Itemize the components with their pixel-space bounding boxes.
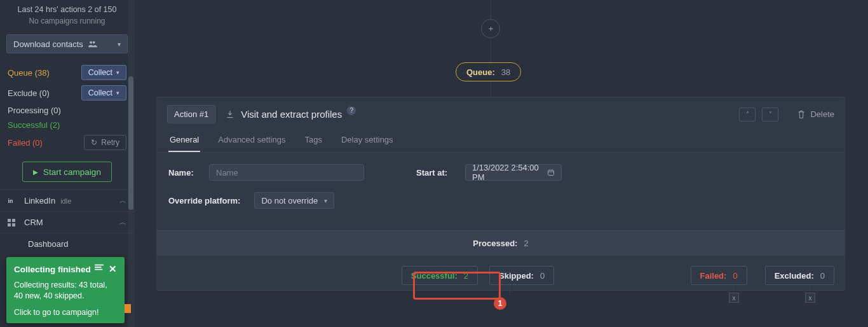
svg-rect-11 bbox=[548, 170, 554, 176]
card-title: Visit and extract profiles bbox=[241, 109, 342, 120]
scrollbar-thumb[interactable] bbox=[128, 76, 133, 210]
download-icon[interactable] bbox=[226, 110, 234, 119]
queue-chip[interactable]: Queue: 38 bbox=[456, 62, 521, 81]
move-up-button[interactable]: ˄ bbox=[739, 108, 756, 122]
app-root: Last 24 hrs' actions 2 of 150 No campaig… bbox=[0, 0, 868, 327]
status-excluded[interactable]: Excluded: 0 bbox=[765, 266, 834, 285]
name-label: Name: bbox=[168, 168, 201, 177]
processed-key: Processed: bbox=[473, 239, 517, 248]
reload-icon: ↻ bbox=[91, 138, 97, 147]
override-value: Do not override bbox=[261, 196, 318, 205]
campaign-status: No campaigns running bbox=[0, 17, 134, 31]
nav-crm-label: CRM bbox=[24, 218, 43, 227]
connector-line bbox=[491, 81, 491, 97]
status-skipped[interactable]: Skipped: 0 bbox=[489, 266, 554, 285]
move-down-button[interactable]: ˅ bbox=[762, 108, 778, 122]
connector-line bbox=[510, 285, 510, 295]
toast-cta[interactable]: Click to go to campaign! bbox=[14, 308, 117, 317]
card-header: Action #1 Visit and extract profiles ? ˄… bbox=[157, 97, 844, 127]
svg-text:in: in bbox=[8, 197, 13, 204]
status-successful-value: 2 bbox=[464, 271, 468, 281]
card-tabs: General Advanced settings Tags Delay set… bbox=[157, 127, 844, 153]
action-card: Action #1 Visit and extract profiles ? ˄… bbox=[156, 97, 845, 291]
exclude-collect-button[interactable]: Collect▾ bbox=[81, 85, 126, 101]
override-select[interactable]: Do not override ▾ bbox=[254, 192, 334, 209]
status-successful[interactable]: Successful: 2 bbox=[402, 266, 478, 285]
queue-chip-value: 38 bbox=[501, 67, 510, 77]
svg-point-1 bbox=[93, 41, 95, 44]
svg-rect-8 bbox=[95, 265, 104, 266]
toast-title: Collecting finished bbox=[14, 265, 91, 274]
add-node-button[interactable]: ＋ bbox=[481, 19, 500, 38]
svg-point-0 bbox=[90, 41, 92, 44]
svg-rect-7 bbox=[12, 223, 15, 226]
status-skipped-key: Skipped: bbox=[499, 271, 534, 281]
processed-bar: Processed: 2 bbox=[157, 230, 844, 256]
grid-icon bbox=[8, 219, 19, 226]
tab-delay[interactable]: Delay settings bbox=[340, 130, 395, 152]
start-at-field[interactable]: 1/13/2022 2:54:00 PM bbox=[465, 164, 562, 181]
status-excluded-key: Excluded: bbox=[775, 271, 814, 281]
retry-button[interactable]: ↻Retry bbox=[84, 135, 126, 150]
name-input[interactable] bbox=[209, 164, 364, 181]
sidebar-stats: Queue (38) Collect▾ Exclude (0) Collect▾… bbox=[0, 57, 134, 155]
calendar-icon[interactable] bbox=[547, 169, 555, 176]
actions-quota: Last 24 hrs' actions 2 of 150 bbox=[0, 0, 134, 17]
processed-value: 2 bbox=[524, 239, 528, 248]
annotation-badge: 1 bbox=[494, 297, 506, 310]
status-failed[interactable]: Failed: 0 bbox=[691, 266, 747, 285]
successful-count: Successful (2) bbox=[8, 120, 60, 130]
queue-collect-button[interactable]: Collect▾ bbox=[81, 65, 126, 80]
override-label: Override platform: bbox=[168, 196, 240, 205]
status-failed-value: 0 bbox=[733, 271, 737, 281]
people-icon bbox=[88, 40, 97, 48]
trash-icon bbox=[797, 110, 805, 119]
toast-collecting-finished[interactable]: Collecting finished ✕ Collecting results… bbox=[6, 257, 125, 323]
svg-rect-6 bbox=[8, 223, 11, 226]
start-at-value: 1/13/2022 2:54:00 PM bbox=[472, 163, 542, 182]
close-icon[interactable]: ✕ bbox=[109, 263, 117, 275]
status-excluded-value: 0 bbox=[820, 271, 825, 281]
caret-down-icon: ▾ bbox=[116, 90, 119, 96]
toast-body: Collecting results: 43 total, 40 new, 40… bbox=[14, 280, 117, 302]
tab-tags[interactable]: Tags bbox=[303, 130, 323, 152]
exclude-collect-label: Collect bbox=[88, 88, 112, 97]
connector-line bbox=[491, 39, 491, 62]
queue-chip-key: Queue: bbox=[466, 67, 495, 77]
download-contacts-button[interactable]: Download contacts ▾ bbox=[6, 34, 128, 53]
caret-down-icon: ▾ bbox=[116, 69, 119, 76]
card-body: Name: Start at: 1/13/2022 2:54:00 PM Ove… bbox=[157, 153, 844, 226]
remove-failed-button[interactable]: x bbox=[729, 293, 739, 303]
nav-crm[interactable]: CRM ︿ bbox=[0, 211, 134, 233]
svg-rect-10 bbox=[95, 269, 102, 270]
remove-excluded-button[interactable]: x bbox=[805, 293, 815, 303]
play-icon: ▶ bbox=[33, 169, 38, 176]
chevron-up-icon: ︿ bbox=[119, 196, 126, 205]
queue-count: Queue (38) bbox=[8, 68, 50, 78]
nav-linkedin-status: idle bbox=[60, 197, 71, 205]
delete-button[interactable]: Delete bbox=[797, 109, 834, 119]
nav-linkedin[interactable]: in LinkedIn idle ︿ bbox=[0, 190, 134, 211]
failed-count: Failed (0) bbox=[8, 138, 43, 148]
tab-general[interactable]: General bbox=[168, 130, 200, 152]
sidebar: Last 24 hrs' actions 2 of 150 No campaig… bbox=[0, 0, 135, 327]
help-icon[interactable]: ? bbox=[347, 106, 356, 115]
svg-rect-5 bbox=[12, 219, 15, 222]
toast-accent bbox=[125, 304, 131, 313]
sidebar-scrollbar[interactable] bbox=[128, 0, 134, 327]
nav-dashboard[interactable]: Dashboard bbox=[0, 233, 134, 254]
linkedin-icon: in bbox=[8, 197, 19, 205]
nav-linkedin-label: LinkedIn bbox=[24, 196, 55, 205]
download-contacts-label: Download contacts bbox=[13, 39, 83, 49]
action-number-chip[interactable]: Action #1 bbox=[167, 105, 215, 123]
chevron-up-icon: ︿ bbox=[119, 218, 126, 227]
processing-count: Processing (0) bbox=[8, 106, 61, 115]
list-icon[interactable] bbox=[95, 263, 104, 275]
status-failed-key: Failed: bbox=[700, 271, 727, 281]
start-at-label: Start at: bbox=[416, 168, 458, 177]
status-skipped-value: 0 bbox=[540, 271, 545, 281]
retry-label: Retry bbox=[101, 138, 119, 147]
svg-rect-9 bbox=[95, 267, 102, 268]
start-campaign-button[interactable]: ▶ Start campaign bbox=[22, 162, 112, 182]
tab-advanced[interactable]: Advanced settings bbox=[217, 130, 287, 152]
